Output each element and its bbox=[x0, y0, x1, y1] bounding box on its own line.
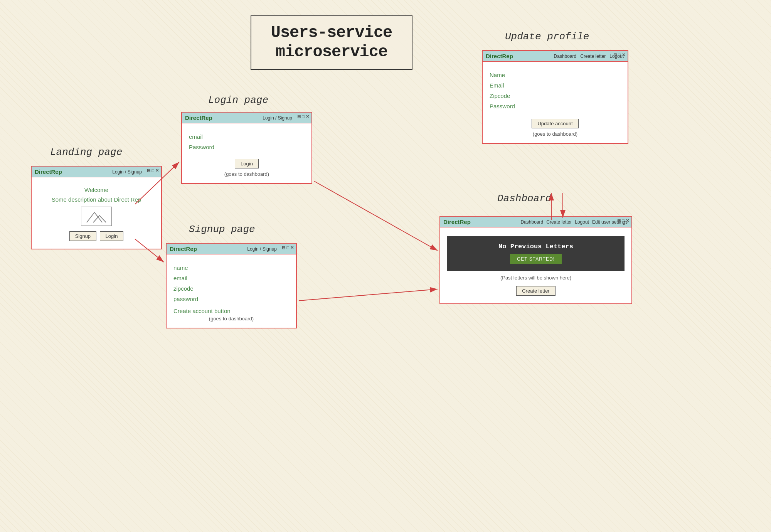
landing-label: Landing page bbox=[50, 146, 122, 158]
login-button-note: (goes to dashboard) bbox=[189, 171, 305, 177]
signup-button[interactable]: Signup bbox=[69, 231, 96, 241]
update-content: Name Email Zipcode Password Update accou… bbox=[483, 62, 628, 143]
login-label: Login page bbox=[208, 94, 268, 106]
update-profile-label: Update profile bbox=[505, 31, 589, 42]
dashboard-window: DirectRep Dashboard Create letter Logout… bbox=[439, 216, 632, 304]
signup-page-window: DirectRep Login / Signup ⊟□✕ name email … bbox=[166, 243, 297, 328]
signup-label: Signup page bbox=[189, 224, 255, 235]
no-letters-text: No Previous Letters bbox=[453, 243, 618, 250]
past-letters-note: (Past letters will be shown here) bbox=[447, 275, 625, 281]
dashboard-dark-box: No Previous Letters GET STARTED! bbox=[447, 236, 625, 271]
login-button[interactable]: Login bbox=[100, 231, 124, 241]
update-password-label: Password bbox=[490, 103, 621, 109]
signup-password-label: password bbox=[173, 296, 289, 302]
login-email-label: email bbox=[189, 133, 305, 140]
landing-brand: DirectRep bbox=[35, 168, 62, 175]
arrows-overlay bbox=[0, 0, 771, 532]
dashboard-label: Dashboard bbox=[497, 193, 551, 204]
title-box: Users-service microservice bbox=[251, 15, 412, 70]
dashboard-titlebar: DirectRep Dashboard Create letter Logout… bbox=[440, 217, 631, 227]
get-started-area: GET STARTED! bbox=[453, 254, 618, 264]
update-name-label: Name bbox=[490, 72, 621, 78]
signup-create-account-text: Create account button bbox=[173, 308, 289, 314]
update-account-button[interactable]: Update account bbox=[532, 119, 578, 128]
update-controls: ⊟□✕ bbox=[613, 52, 625, 57]
login-password-label: Password bbox=[189, 144, 305, 150]
login-nav: Login / Signup bbox=[263, 115, 292, 121]
dashboard-brand: DirectRep bbox=[443, 219, 471, 225]
update-zipcode-label: Zipcode bbox=[490, 93, 621, 99]
login-content: email Password Login (goes to dashboard) bbox=[182, 123, 311, 183]
signup-zipcode-label: zipcode bbox=[173, 285, 289, 292]
signup-titlebar: DirectRep Login / Signup ⊟□✕ bbox=[167, 244, 296, 254]
arrow-login-to-dashboard bbox=[314, 181, 438, 251]
landing-nav: Login / Signup bbox=[112, 169, 142, 175]
create-letter-button[interactable]: Create letter bbox=[516, 286, 556, 296]
login-button-area: Login (goes to dashboard) bbox=[189, 157, 305, 177]
update-nav-create[interactable]: Create letter bbox=[580, 54, 606, 59]
dashboard-nav-create[interactable]: Create letter bbox=[546, 219, 572, 225]
create-letter-area: Create letter bbox=[447, 285, 625, 297]
update-button-area: Update account (goes to dashboard) bbox=[490, 117, 621, 137]
landing-buttons: Signup Login bbox=[39, 230, 154, 242]
update-email-label: Email bbox=[490, 82, 621, 89]
landing-welcome: Welcome bbox=[39, 187, 154, 193]
landing-controls: ⊟□✕ bbox=[147, 168, 159, 173]
update-brand: DirectRep bbox=[486, 53, 513, 59]
signup-button-note: (goes to dashboard) bbox=[173, 316, 289, 322]
signup-email-label: email bbox=[173, 275, 289, 281]
update-button-note: (goes to dashboard) bbox=[490, 131, 621, 137]
get-started-button[interactable]: GET STARTED! bbox=[510, 254, 562, 264]
arrow-signup-to-dashboard bbox=[299, 289, 438, 301]
login-submit-button[interactable]: Login bbox=[235, 159, 259, 168]
signup-content: name email zipcode password Create accou… bbox=[167, 254, 296, 328]
dashboard-nav-logout[interactable]: Logout bbox=[575, 219, 589, 225]
login-nav-link[interactable]: Login / Signup bbox=[263, 115, 292, 121]
mountain-icon bbox=[81, 207, 112, 226]
signup-nav-link[interactable]: Login / Signup bbox=[247, 246, 277, 252]
dashboard-nav-dashboard[interactable]: Dashboard bbox=[521, 219, 544, 225]
login-page-window: DirectRep Login / Signup ⊟□✕ email Passw… bbox=[181, 112, 312, 184]
update-nav-dashboard[interactable]: Dashboard bbox=[554, 54, 577, 59]
mountain-svg bbox=[85, 209, 108, 223]
update-titlebar: DirectRep Dashboard Create letter Logout… bbox=[483, 51, 628, 62]
dashboard-controls: ⊟□✕ bbox=[617, 218, 629, 223]
login-titlebar: DirectRep Login / Signup ⊟□✕ bbox=[182, 113, 311, 123]
landing-page-window: DirectRep Login / Signup ⊟□✕ Welcome Som… bbox=[31, 166, 162, 249]
landing-titlebar: DirectRep Login / Signup ⊟□✕ bbox=[32, 167, 161, 177]
update-profile-window: DirectRep Dashboard Create letter Logout… bbox=[482, 50, 628, 144]
signup-name-label: name bbox=[173, 264, 289, 271]
signup-controls: ⊟□✕ bbox=[282, 245, 294, 250]
landing-nav-link[interactable]: Login / Signup bbox=[112, 169, 142, 175]
landing-content: Welcome Some description about Direct Re… bbox=[32, 177, 161, 249]
signup-brand: DirectRep bbox=[170, 246, 197, 252]
title-line1: Users-service bbox=[263, 23, 400, 42]
dashboard-nav: Dashboard Create letter Logout Edit user… bbox=[521, 219, 628, 225]
dashboard-content: No Previous Letters GET STARTED! (Past l… bbox=[440, 227, 631, 303]
landing-description: Some description about Direct Rep bbox=[39, 196, 154, 203]
signup-button-area: Create account button (goes to dashboard… bbox=[173, 308, 289, 322]
signup-nav: Login / Signup bbox=[247, 246, 277, 252]
login-controls: ⊟□✕ bbox=[297, 114, 309, 119]
title-line2: microservice bbox=[263, 42, 400, 62]
login-brand: DirectRep bbox=[185, 114, 212, 121]
